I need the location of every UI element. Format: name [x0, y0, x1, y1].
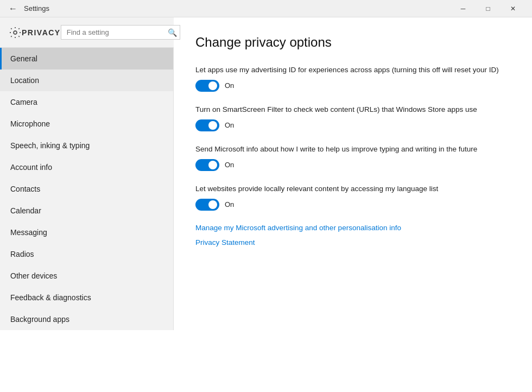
- nav-list: General Location Camera Microphone Speec…: [0, 48, 173, 330]
- setting-language-list: Let websites provide locally relevant co…: [195, 184, 510, 211]
- header-search[interactable]: 🔍: [61, 25, 180, 40]
- back-button[interactable]: ←: [7, 2, 20, 15]
- privacy-statement-link[interactable]: Privacy Statement: [195, 238, 510, 246]
- app-container: PRIVACY 🔍 General Location Camera Microp…: [0, 17, 532, 392]
- links-section: Manage my Microsoft advertising and othe…: [195, 224, 510, 246]
- toggle-row-4: On: [195, 199, 510, 211]
- window-controls: ─ □ ✕: [451, 0, 525, 17]
- sidebar-item-microphone[interactable]: Microphone: [0, 113, 173, 135]
- toggle-typing-info[interactable]: [195, 159, 219, 171]
- svg-point-0: [14, 31, 17, 34]
- toggle-advertising-id[interactable]: [195, 80, 219, 92]
- gear-icon: [9, 26, 22, 39]
- toggle-row-2: On: [195, 119, 510, 131]
- sidebar-item-speech[interactable]: Speech, inking & typing: [0, 135, 173, 156]
- search-icon: 🔍: [168, 28, 177, 37]
- sidebar-item-background-apps[interactable]: Background apps: [0, 308, 173, 330]
- sidebar-item-messaging[interactable]: Messaging: [0, 222, 173, 243]
- setting-label-3: Send Microsoft info about how I write to…: [195, 144, 499, 155]
- toggle-label-1: On: [225, 81, 234, 90]
- sidebar-item-camera[interactable]: Camera: [0, 91, 173, 113]
- app-header: PRIVACY 🔍: [0, 17, 174, 48]
- sidebar-item-contacts[interactable]: Contacts: [0, 178, 173, 200]
- sidebar-item-account-info[interactable]: Account info: [0, 156, 173, 178]
- toggle-smartscreen[interactable]: [195, 119, 219, 131]
- minimize-button[interactable]: ─: [451, 0, 476, 17]
- setting-label-1: Let apps use my advertising ID for exper…: [195, 65, 499, 75]
- sidebar-item-other-devices[interactable]: Other devices: [0, 265, 173, 287]
- titlebar: ← Settings ─ □ ✕: [0, 0, 532, 17]
- sidebar-item-general[interactable]: General: [0, 48, 173, 69]
- setting-typing-info: Send Microsoft info about how I write to…: [195, 144, 510, 171]
- privacy-title: PRIVACY: [22, 28, 61, 37]
- toggle-label-2: On: [225, 121, 234, 129]
- sidebar-item-feedback[interactable]: Feedback & diagnostics: [0, 287, 173, 308]
- setting-smartscreen: Turn on SmartScreen Filter to check web …: [195, 105, 510, 131]
- page-title: Change privacy options: [195, 35, 510, 50]
- sidebar: General Location Camera Microphone Speec…: [0, 48, 174, 330]
- toggle-row-3: On: [195, 159, 510, 171]
- setting-advertising-id: Let apps use my advertising ID for exper…: [195, 65, 510, 92]
- setting-label-4: Let websites provide locally relevant co…: [195, 184, 499, 194]
- main-content: Change privacy options Let apps use my a…: [174, 17, 532, 392]
- sidebar-item-radios[interactable]: Radios: [0, 243, 173, 265]
- toggle-language-list[interactable]: [195, 199, 219, 211]
- toggle-label-3: On: [225, 161, 234, 169]
- toggle-row-1: On: [195, 80, 510, 92]
- manage-advertising-link[interactable]: Manage my Microsoft advertising and othe…: [195, 224, 510, 232]
- toggle-label-4: On: [225, 200, 234, 208]
- close-button[interactable]: ✕: [501, 0, 525, 17]
- search-input[interactable]: [61, 25, 180, 40]
- maximize-button[interactable]: □: [476, 0, 501, 17]
- sidebar-item-calendar[interactable]: Calendar: [0, 200, 173, 222]
- titlebar-title: Settings: [24, 4, 451, 12]
- sidebar-item-location[interactable]: Location: [0, 69, 173, 91]
- sidebar-wrapper: PRIVACY 🔍 General Location Camera Microp…: [0, 17, 174, 392]
- setting-label-2: Turn on SmartScreen Filter to check web …: [195, 105, 499, 115]
